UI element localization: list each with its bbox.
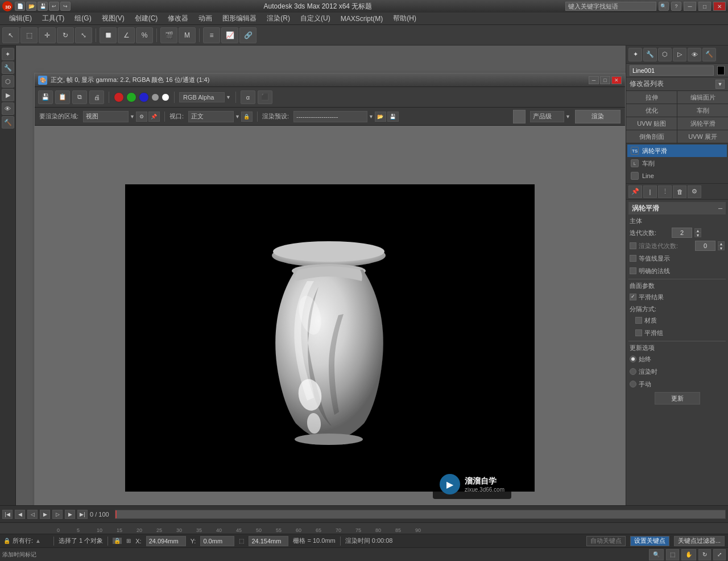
menu-graph-editor[interactable]: 图形编辑器 — [218, 13, 261, 24]
mod-btn-turbosmooth[interactable]: 涡轮平滑 — [677, 117, 728, 130]
timeline-end-btn[interactable]: ▶| — [77, 510, 88, 519]
viewport-dropdown[interactable]: 正文 — [188, 111, 234, 122]
channel-dropdown[interactable]: RGB Alpha — [179, 92, 225, 102]
minimize-btn[interactable]: ─ — [684, 2, 696, 11]
lock-icon[interactable]: 🔒 — [113, 538, 122, 544]
x-coord-input[interactable] — [146, 536, 186, 546]
object-color-swatch[interactable] — [717, 66, 725, 75]
timeline-next-key[interactable]: ▶ — [65, 510, 75, 519]
timeline-start-btn[interactable]: |◀ — [2, 510, 13, 519]
add-time-mark[interactable]: 添加时间标记 — [2, 551, 36, 559]
channel-mono-btn[interactable] — [151, 93, 159, 101]
y-coord-input[interactable] — [200, 536, 234, 546]
help-icon-btn[interactable]: ? — [671, 2, 681, 11]
menu-view[interactable]: 视图(V) — [97, 13, 129, 24]
configure-mod-sets-btn[interactable]: ⚙ — [688, 185, 701, 198]
material-editor[interactable]: M — [179, 27, 196, 43]
timeline-prev-key[interactable]: ◀ — [15, 510, 25, 519]
stack-item-line[interactable]: Line — [627, 170, 727, 182]
clone-render-btn[interactable]: ⧉ — [72, 90, 87, 104]
make-unique-btn[interactable]: ⋮ — [658, 185, 672, 198]
preset-save[interactable]: 💾 — [387, 112, 399, 122]
rp-display-icon[interactable]: 👁 — [688, 48, 701, 61]
redo-btn[interactable]: ↪ — [60, 2, 71, 11]
channel-dd-arrow[interactable]: ▼ — [226, 94, 231, 100]
rp-motion-icon[interactable]: ▷ — [673, 48, 686, 61]
viewport-dd-icon[interactable]: ▼ — [235, 114, 240, 119]
snap-toggle[interactable]: 🔲 — [100, 27, 117, 43]
stack-item-lathe[interactable]: L 车削 — [627, 157, 727, 170]
mod-btn-edit-patch[interactable]: 编辑面片 — [677, 91, 728, 104]
iterations-up[interactable]: ▲ — [694, 228, 701, 233]
modify-panel-btn[interactable]: 🔧 — [2, 61, 14, 74]
timeline-next-frame[interactable]: ▷ — [52, 510, 63, 519]
show-end-result-btn[interactable]: | — [643, 185, 657, 198]
new-btn[interactable]: 📄 — [15, 2, 25, 11]
row-nav-up[interactable]: ▲ — [35, 538, 41, 544]
explicit-checkbox[interactable] — [630, 267, 636, 274]
timeline-track[interactable] — [115, 510, 726, 519]
preset-dd-icon[interactable]: ▼ — [369, 114, 374, 119]
pan-btn[interactable]: ✋ — [681, 549, 696, 560]
isoline-checkbox[interactable] — [630, 255, 636, 262]
render-iters-input[interactable] — [695, 241, 715, 251]
orbit-btn[interactable]: ↻ — [698, 549, 711, 560]
zoom-region-btn[interactable]: ⬚ — [666, 549, 679, 560]
select-tool[interactable]: ↖ — [2, 27, 19, 43]
menu-tools[interactable]: 工具(T) — [38, 13, 69, 24]
save-render-btn[interactable]: 💾 — [38, 90, 53, 104]
mod-btn-bevel-profile[interactable]: 倒角剖面 — [626, 130, 677, 143]
render-iters-up[interactable]: ▲ — [718, 241, 725, 246]
channel-green-btn[interactable] — [126, 92, 136, 102]
scale-tool[interactable]: ⤡ — [75, 27, 92, 43]
timeline-play-btn[interactable]: ▶ — [40, 510, 50, 519]
material-checkbox[interactable] — [635, 317, 642, 324]
render-win-minimize[interactable]: ─ — [589, 76, 599, 84]
render-zone-settings[interactable]: ⚙ — [136, 112, 147, 122]
menu-edit[interactable]: 编辑(E) — [5, 13, 36, 24]
mod-btn-optimize[interactable]: 优化 — [626, 104, 677, 117]
iterations-input[interactable] — [672, 228, 692, 238]
auto-key-btn[interactable]: 自动关键点 — [586, 536, 626, 546]
render-win-maximize[interactable]: □ — [600, 76, 610, 84]
menu-modifier[interactable]: 修改器 — [163, 13, 193, 24]
quality-dd-icon[interactable]: ▼ — [565, 114, 570, 119]
render-left-btn[interactable] — [513, 110, 526, 123]
menu-render[interactable]: 渲染(R) — [262, 13, 295, 24]
iterations-down[interactable]: ▼ — [694, 233, 701, 237]
update-btn[interactable]: 更新 — [655, 392, 700, 405]
select-region[interactable]: ⬚ — [20, 27, 38, 43]
schematic-view[interactable]: 🔗 — [239, 27, 257, 43]
mod-btn-uvw-map[interactable]: UVW 贴图 — [626, 117, 677, 130]
copy-render-btn[interactable]: 📋 — [55, 90, 70, 104]
rp-hierarchy-icon[interactable]: ⬡ — [658, 48, 672, 61]
utilities-btn[interactable]: 🔨 — [2, 116, 14, 129]
menu-customize[interactable]: 自定义(U) — [296, 13, 335, 24]
menu-animation[interactable]: 动画 — [194, 13, 217, 24]
modifier-list-dd[interactable]: ▼ — [715, 80, 725, 89]
render-zone-dd-icon[interactable]: ▼ — [130, 114, 135, 119]
rp-modify-icon[interactable]: 🔧 — [643, 48, 657, 61]
render-win-close[interactable]: ✕ — [611, 76, 622, 84]
maximize-btn[interactable]: □ — [698, 2, 711, 11]
quality-dropdown[interactable]: 产品级 — [530, 111, 564, 122]
close-btn[interactable]: ✕ — [713, 2, 726, 11]
render-when-radio[interactable] — [630, 368, 636, 375]
z-coord-input[interactable] — [249, 536, 288, 546]
ts-collapse-btn[interactable]: ─ — [718, 205, 722, 212]
manual-radio[interactable] — [630, 381, 636, 387]
monochrome-btn[interactable]: ⬛ — [258, 90, 272, 104]
set-key-btn[interactable]: 设置关键点 — [630, 536, 669, 546]
create-panel-btn[interactable]: ✦ — [2, 48, 14, 60]
menu-maxscript[interactable]: MAXScript(M) — [336, 14, 388, 24]
remove-modifier-btn[interactable]: 🗑 — [673, 185, 686, 198]
channel-red-btn[interactable] — [114, 92, 124, 102]
preset-dropdown[interactable]: -------------------- — [293, 111, 367, 122]
move-tool[interactable]: ✛ — [39, 27, 56, 43]
rp-create-icon[interactable]: ✦ — [628, 48, 642, 61]
preset-load[interactable]: 📂 — [375, 112, 386, 122]
mod-btn-stretch[interactable]: 拉伸 — [626, 91, 677, 104]
rotate-tool[interactable]: ↻ — [57, 27, 74, 43]
mod-btn-lathe[interactable]: 车削 — [677, 104, 728, 117]
smooth-result-checkbox[interactable] — [630, 294, 636, 300]
